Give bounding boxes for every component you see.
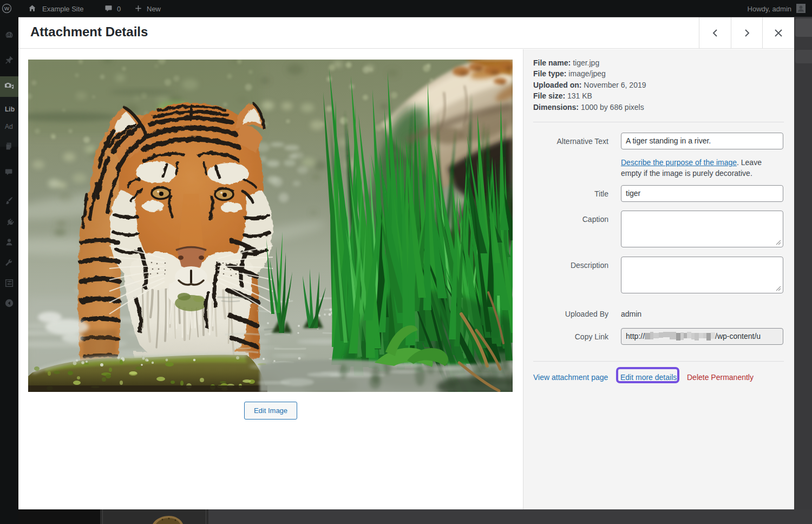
svg-text:W: W: [4, 5, 10, 11]
